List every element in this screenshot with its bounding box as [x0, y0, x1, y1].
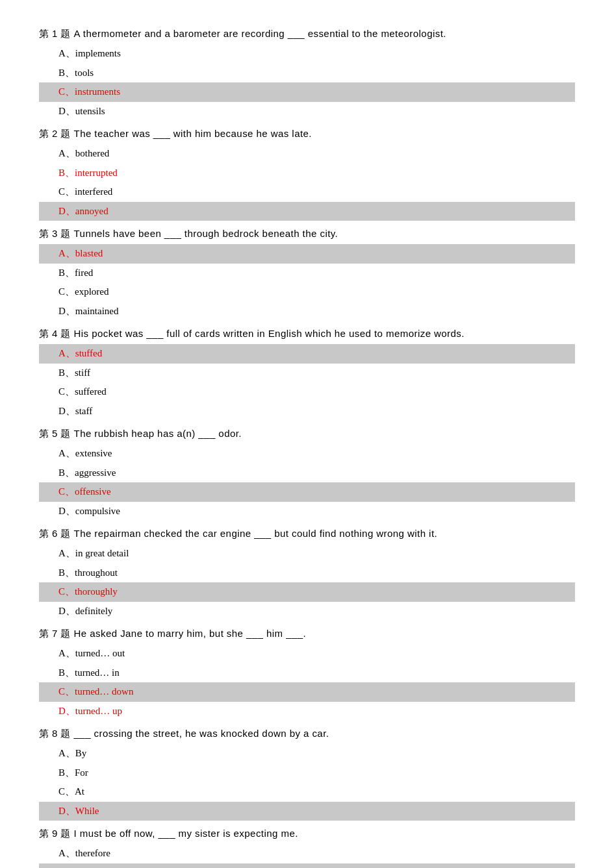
option-7-2[interactable]: C、turned… down	[39, 682, 575, 702]
question-block-8: 第 8 题 ___ crossing the street, he was kn…	[39, 726, 575, 821]
question-block-6: 第 6 题 The repairman checked the car engi…	[39, 526, 575, 621]
option-5-1[interactable]: B、aggressive	[39, 464, 575, 483]
option-1-3[interactable]: D、utensils	[39, 102, 575, 121]
option-6-3[interactable]: D、definitely	[39, 602, 575, 621]
question-title-6: 第 6 题 The repairman checked the car engi…	[39, 526, 575, 541]
question-block-1: 第 1 题 A thermometer and a barometer are …	[39, 26, 575, 121]
option-6-0[interactable]: A、in great detail	[39, 544, 575, 564]
option-9-1[interactable]: B、for	[39, 863, 575, 869]
option-6-2[interactable]: C、thoroughly	[39, 582, 575, 602]
option-8-0[interactable]: A、By	[39, 744, 575, 763]
option-4-2[interactable]: C、suffered	[39, 382, 575, 402]
option-2-0[interactable]: A、bothered	[39, 144, 575, 164]
question-block-4: 第 4 题 His pocket was ___ full of cards w…	[39, 326, 575, 421]
option-3-1[interactable]: B、fired	[39, 264, 575, 283]
option-5-0[interactable]: A、extensive	[39, 444, 575, 464]
option-5-3[interactable]: D、compulsive	[39, 502, 575, 521]
option-5-2[interactable]: C、offensive	[39, 482, 575, 502]
option-3-2[interactable]: C、explored	[39, 282, 575, 302]
question-title-7: 第 7 题 He asked Jane to marry him, but sh…	[39, 626, 575, 641]
option-8-3[interactable]: D、While	[39, 802, 575, 821]
questions-container: 第 1 题 A thermometer and a barometer are …	[39, 26, 575, 868]
question-title-3: 第 3 题 Tunnels have been ___ through bedr…	[39, 226, 575, 242]
question-title-5: 第 5 题 The rubbish heap has a(n) ___ odor…	[39, 426, 575, 441]
question-block-9: 第 9 题 I must be off now, ___ my sister i…	[39, 826, 575, 868]
question-block-7: 第 7 题 He asked Jane to marry him, but sh…	[39, 626, 575, 721]
option-2-3[interactable]: D、annoyed	[39, 202, 575, 221]
option-2-1[interactable]: B、interrupted	[39, 164, 575, 183]
question-block-5: 第 5 题 The rubbish heap has a(n) ___ odor…	[39, 426, 575, 521]
option-8-2[interactable]: C、At	[39, 782, 575, 802]
option-4-1[interactable]: B、stiff	[39, 364, 575, 383]
option-7-0[interactable]: A、turned… out	[39, 644, 575, 663]
question-title-1: 第 1 题 A thermometer and a barometer are …	[39, 26, 575, 42]
option-2-2[interactable]: C、interfered	[39, 182, 575, 202]
option-1-1[interactable]: B、tools	[39, 64, 575, 83]
option-3-3[interactable]: D、maintained	[39, 302, 575, 321]
option-4-3[interactable]: D、staff	[39, 402, 575, 421]
question-title-2: 第 2 题 The teacher was ___ with him becau…	[39, 126, 575, 142]
question-block-3: 第 3 题 Tunnels have been ___ through bedr…	[39, 226, 575, 321]
question-title-8: 第 8 题 ___ crossing the street, he was kn…	[39, 726, 575, 741]
option-7-3[interactable]: D、turned… up	[39, 702, 575, 721]
question-block-2: 第 2 题 The teacher was ___ with him becau…	[39, 126, 575, 221]
option-1-2[interactable]: C、instruments	[39, 82, 575, 102]
option-9-0[interactable]: A、therefore	[39, 844, 575, 863]
question-title-4: 第 4 题 His pocket was ___ full of cards w…	[39, 326, 575, 341]
option-3-0[interactable]: A、blasted	[39, 244, 575, 264]
option-7-1[interactable]: B、turned… in	[39, 663, 575, 683]
option-4-0[interactable]: A、stuffed	[39, 344, 575, 364]
option-6-1[interactable]: B、throughout	[39, 564, 575, 583]
option-1-0[interactable]: A、implements	[39, 44, 575, 64]
question-title-9: 第 9 题 I must be off now, ___ my sister i…	[39, 826, 575, 841]
option-8-1[interactable]: B、For	[39, 763, 575, 783]
